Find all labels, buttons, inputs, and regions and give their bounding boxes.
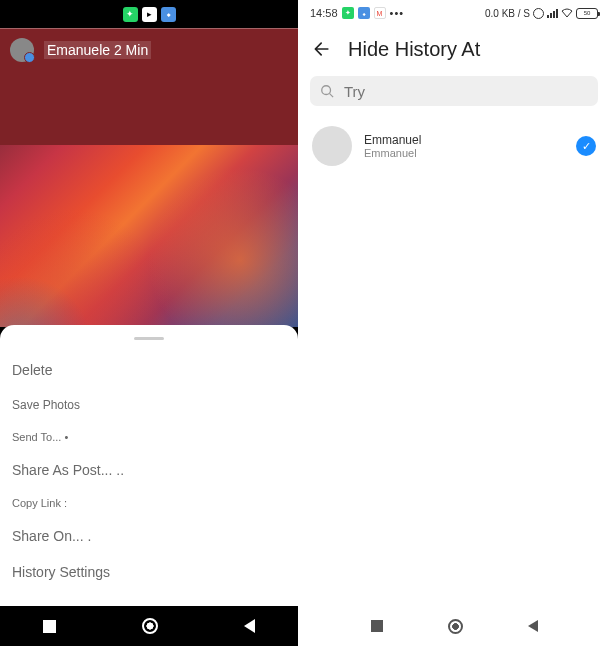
signal-icon (547, 8, 558, 18)
options-sheet: Delete Save Photos Send To... • Share As… (0, 325, 298, 606)
avatar (312, 126, 352, 166)
app-icon-2: ⬥ (161, 7, 176, 22)
battery-icon: 50 (576, 8, 598, 19)
right-header: Hide History At (298, 26, 610, 72)
svg-point-0 (322, 86, 331, 95)
app-icon: ▸ (142, 7, 157, 22)
home-button[interactable] (142, 618, 158, 634)
left-nav-bar (0, 606, 298, 646)
sheet-handle[interactable] (134, 337, 164, 340)
search-input[interactable] (344, 83, 588, 100)
story-username: Emanuele 2 Min (44, 41, 151, 59)
back-arrow-icon[interactable] (312, 39, 332, 59)
back-button[interactable] (528, 620, 538, 632)
gmail-icon: M (374, 7, 386, 19)
whatsapp-icon: ✦ (342, 7, 354, 19)
wifi-icon (561, 8, 573, 18)
right-status-bar: 14:58 ✦ ⬥ M ••• 0.0 KB / S 50 (298, 0, 610, 26)
share-on-option[interactable]: Share On... . (10, 518, 288, 554)
user-name: Emmanuel (364, 133, 564, 147)
left-status-bar: ✦ ▸ ⬥ (0, 0, 298, 28)
user-list: Emmanuel Emmanuel ✓ (298, 116, 610, 176)
more-icon: ••• (390, 7, 405, 19)
search-bar[interactable] (310, 76, 598, 106)
story-content[interactable] (0, 70, 298, 327)
status-time: 14:58 (310, 7, 338, 19)
save-photos-option[interactable]: Save Photos (10, 388, 288, 422)
data-rate: 0.0 KB / S (485, 8, 530, 19)
page-title: Hide History At (348, 38, 480, 61)
back-button[interactable] (244, 619, 255, 633)
whatsapp-icon: ✦ (123, 7, 138, 22)
share-as-post-option[interactable]: Share As Post... .. (10, 452, 288, 488)
copy-link-option[interactable]: Copy Link : (10, 488, 288, 518)
home-button[interactable] (448, 619, 463, 634)
send-to-option[interactable]: Send To... • (10, 422, 288, 452)
app-icon: ⬥ (358, 7, 370, 19)
search-icon (320, 84, 334, 98)
left-phone-screen: ✦ ▸ ⬥ Emanuele 2 Min Delete Save Photos … (0, 0, 298, 646)
list-item[interactable]: Emmanuel Emmanuel ✓ (312, 122, 596, 170)
alarm-icon (533, 8, 544, 19)
svg-line-1 (330, 94, 334, 98)
user-subtitle: Emmanuel (364, 147, 564, 159)
avatar[interactable] (10, 38, 34, 62)
delete-option[interactable]: Delete (10, 352, 288, 388)
right-phone-screen: 14:58 ✦ ⬥ M ••• 0.0 KB / S 50 Hide Histo… (298, 0, 610, 646)
check-icon[interactable]: ✓ (576, 136, 596, 156)
story-header: Emanuele 2 Min (0, 28, 298, 70)
recent-apps-button[interactable] (43, 620, 56, 633)
history-settings-option[interactable]: History Settings (10, 554, 288, 590)
right-nav-bar (298, 606, 610, 646)
recent-apps-button[interactable] (371, 620, 383, 632)
